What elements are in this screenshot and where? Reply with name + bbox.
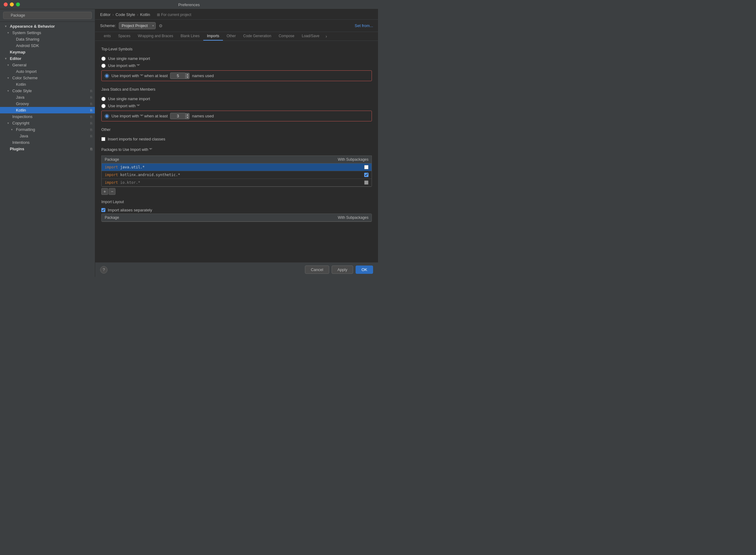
tl-single-radio[interactable] xyxy=(101,56,106,61)
sidebar-item-keymap[interactable]: Keymap xyxy=(0,49,95,55)
tab-spaces[interactable]: Spaces xyxy=(114,32,134,41)
tab-other[interactable]: Other xyxy=(223,32,239,41)
sidebar-item-intentions[interactable]: Intentions xyxy=(0,139,95,146)
packages-section: Packages to Use Import with '*' Package … xyxy=(101,147,372,195)
js-star-row: Use import with '*' xyxy=(101,102,372,110)
tab-blank-lines[interactable]: Blank Lines xyxy=(177,32,203,41)
import-aliases-checkbox[interactable] xyxy=(101,208,105,212)
title-bar: Preferences xyxy=(0,0,378,9)
help-button[interactable]: ? xyxy=(100,266,107,273)
tab-imports[interactable]: Imports xyxy=(203,32,223,41)
sidebar-item-general[interactable]: ▾ General xyxy=(0,62,95,68)
sidebar-item-appearance-behavior[interactable]: ▾ Appearance & Behavior xyxy=(0,23,95,30)
js-star-radio[interactable] xyxy=(101,104,106,108)
search-input[interactable] xyxy=(3,12,92,19)
packages-table: import java.util.* import kotlinx.androi… xyxy=(101,163,372,187)
sidebar-item-inspections[interactable]: Inspections ⎘ xyxy=(0,114,95,120)
tab-code-generation[interactable]: Code Generation xyxy=(239,32,275,41)
scheme-select[interactable]: Project Project xyxy=(119,22,156,29)
tl-star-radio[interactable] xyxy=(101,63,106,68)
maximize-button[interactable] xyxy=(16,2,20,6)
sidebar-item-android-sdk[interactable]: Android SDK xyxy=(0,42,95,49)
table-row[interactable]: import io.ktor.* xyxy=(102,179,372,186)
pkg-name-2: import kotlinx.android.synthetic.* xyxy=(105,173,364,177)
nested-classes-label: Insert imports for nested classes xyxy=(108,137,165,141)
tl-single-label: Use single name import xyxy=(108,56,150,61)
table-actions: + − xyxy=(101,188,372,195)
sidebar-item-groovy[interactable]: Groovy ⎘ xyxy=(0,100,95,107)
collapse-arrow: ▾ xyxy=(11,128,15,131)
js-atleast-box: Use import with '*' when at least ▲ ▼ na… xyxy=(101,111,372,121)
sidebar-item-java[interactable]: Java ⎘ xyxy=(0,94,95,100)
tabs-more-icon[interactable]: › xyxy=(323,32,329,41)
sidebar-item-system-settings[interactable]: ▾ System Settings xyxy=(0,30,95,36)
sidebar-item-java-format[interactable]: Java ⎘ xyxy=(0,133,95,139)
bottom-bar: ? Cancel Apply OK xyxy=(95,262,378,277)
pkg-name-3: import io.ktor.* xyxy=(105,180,364,185)
tab-wrapping-braces[interactable]: Wrapping and Braces xyxy=(134,32,177,41)
sidebar-item-formatting[interactable]: ▾ Formatting ⎘ xyxy=(0,126,95,133)
breadcrumb-sep2: › xyxy=(137,12,138,17)
close-button[interactable] xyxy=(4,2,8,6)
copy-icon: ⎘ xyxy=(90,95,92,99)
tab-compose[interactable]: Compose xyxy=(275,32,298,41)
tl-spinbox[interactable] xyxy=(170,73,185,79)
copy-icon: ⎘ xyxy=(90,147,92,151)
ok-button[interactable]: OK xyxy=(356,265,373,274)
sidebar-item-kotlin-color[interactable]: Kotlin xyxy=(0,81,95,88)
tl-star-label: Use import with '*' xyxy=(108,63,140,68)
js-single-label: Use single name import xyxy=(108,96,150,101)
tl-spin-up[interactable]: ▲ xyxy=(185,73,189,76)
js-spinbox[interactable] xyxy=(170,113,185,119)
collapse-arrow: ▾ xyxy=(5,57,9,60)
js-atleast-label: Use import with '*' when at least xyxy=(111,114,168,118)
breadcrumb-code-style: Code Style xyxy=(115,12,135,17)
sidebar-item-data-sharing[interactable]: Data Sharing xyxy=(0,36,95,42)
js-spin-up[interactable]: ▲ xyxy=(185,113,189,116)
collapse-arrow: ▾ xyxy=(7,31,11,34)
tl-atleast-suffix: names used xyxy=(192,74,214,78)
bottom-actions: Cancel Apply OK xyxy=(305,265,373,274)
window-controls[interactable] xyxy=(4,2,20,6)
sidebar-item-auto-import[interactable]: Auto Import xyxy=(0,68,95,75)
table-row[interactable]: import java.util.* xyxy=(102,164,372,171)
remove-package-button[interactable]: − xyxy=(109,188,115,195)
content-area: Editor › Code Style › Kotlin ⊞ For curre… xyxy=(95,9,378,277)
gear-icon[interactable]: ⚙ xyxy=(159,24,163,28)
top-level-radio-group: Use single name import Use import with '… xyxy=(101,55,372,81)
breadcrumb: Editor › Code Style › Kotlin ⊞ For curre… xyxy=(95,9,378,20)
sidebar-item-plugins[interactable]: Plugins ⎘ xyxy=(0,146,95,152)
import-aliases-row: Import aliases separately xyxy=(101,207,372,214)
pkg-subpackages-3[interactable] xyxy=(364,180,369,185)
pkg-subpackages-1[interactable] xyxy=(364,165,369,169)
add-package-button[interactable]: + xyxy=(101,188,108,195)
sidebar-item-editor[interactable]: ▾ Editor xyxy=(0,55,95,62)
tab-load-save[interactable]: Load/Save xyxy=(298,32,323,41)
scheme-bar: Scheme: Project Project ▾ ⚙ Set from... xyxy=(95,20,378,32)
sidebar-item-copyright[interactable]: ▾ Copyright ⎘ xyxy=(0,120,95,126)
tab-ents[interactable]: ents xyxy=(100,32,114,41)
table-row[interactable]: import kotlinx.android.synthetic.* xyxy=(102,171,372,179)
sidebar-item-kotlin[interactable]: Kotlin ⎘ xyxy=(0,107,95,114)
copy-icon: ⎘ xyxy=(90,89,92,93)
minimize-button[interactable] xyxy=(10,2,14,6)
scheme-label: Scheme: xyxy=(100,24,116,28)
set-from-link[interactable]: Set from... xyxy=(355,24,373,28)
tl-atleast-radio[interactable] xyxy=(105,74,109,78)
cancel-button[interactable]: Cancel xyxy=(305,265,329,274)
import-aliases-label: Import aliases separately xyxy=(108,208,152,212)
sidebar-item-color-scheme[interactable]: ▾ Color Scheme xyxy=(0,75,95,81)
apply-button[interactable]: Apply xyxy=(332,265,353,274)
project-icon: ⊞ xyxy=(157,13,160,17)
nested-classes-checkbox[interactable] xyxy=(101,137,105,141)
pkg-subpackages-2[interactable] xyxy=(364,173,369,177)
sidebar-item-code-style[interactable]: ▾ Code Style ⎘ xyxy=(0,88,95,94)
js-single-radio[interactable] xyxy=(101,97,106,101)
imports-panel: Top-Level Symbols Use single name import… xyxy=(95,41,378,262)
packages-table-header: Package With Subpackages xyxy=(101,156,372,163)
js-spin-down[interactable]: ▼ xyxy=(185,116,189,119)
tl-spin-down[interactable]: ▼ xyxy=(185,76,189,79)
import-layout-table: Package With Subpackages xyxy=(101,214,372,222)
other-section-title: Other xyxy=(101,128,372,132)
js-atleast-radio[interactable] xyxy=(105,114,109,118)
